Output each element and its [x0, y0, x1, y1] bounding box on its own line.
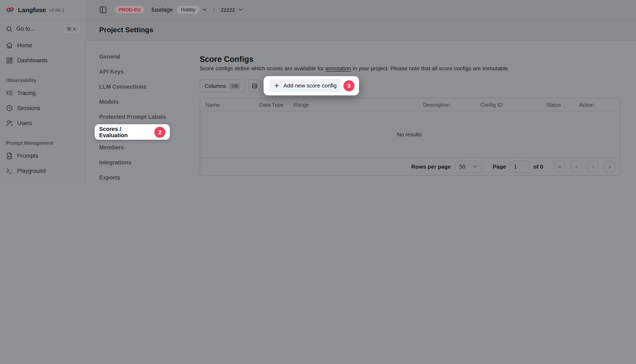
- page-label: Page: [493, 164, 506, 170]
- brand-name: Langfuse: [18, 6, 46, 13]
- search-icon: [6, 25, 12, 32]
- column-header-config-id: Config ID: [480, 102, 546, 108]
- settings-nav-general[interactable]: General: [99, 49, 200, 64]
- add-button-label: Add new score config: [284, 82, 336, 89]
- goto-label: Go to...: [16, 26, 35, 32]
- columns-count-badge: 7/8: [230, 83, 240, 89]
- sidebar-item-home[interactable]: Home: [0, 38, 85, 53]
- settings-nav-label: Scores / Evaluation: [99, 126, 150, 138]
- app-root: Langfuse v3.86.1 Go to... ⌘ K Home Dashb…: [0, 0, 636, 182]
- page-header: Project Settings: [86, 20, 636, 40]
- column-header-data-type: Data Type: [259, 102, 293, 108]
- settings-nav-members[interactable]: Members: [99, 140, 200, 155]
- sidebar: Langfuse v3.86.1 Go to... ⌘ K Home Dashb…: [0, 0, 86, 182]
- chevron-down-icon[interactable]: [202, 7, 208, 12]
- score-configs-table: Name Data Type Range Description Config …: [200, 98, 620, 176]
- column-header-action: Action: [579, 102, 620, 108]
- settings-nav-api-keys[interactable]: API Keys: [99, 64, 200, 79]
- sidebar-item-sessions[interactable]: Sessions: [0, 100, 85, 116]
- main-area: PROD-EU fuselage Hobby / zzzzz Project S…: [86, 0, 636, 182]
- plan-badge: Hobby: [177, 6, 199, 14]
- list-tree-icon: [6, 89, 13, 96]
- section-heading: Score Configs: [200, 54, 620, 65]
- tutorial-step-badge-3: 3: [344, 80, 354, 91]
- sidebar-item-dashboards[interactable]: Dashboards: [0, 53, 85, 68]
- column-header-description: Description: [423, 102, 480, 108]
- settings-nav-llm-connections[interactable]: LLM Connections: [99, 79, 200, 94]
- app-version: v3.86.1: [49, 7, 64, 12]
- settings-nav-protected-prompt-labels[interactable]: Protected Prompt Labels: [99, 109, 200, 124]
- settings-nav: General API Keys LLM Connections Models …: [99, 40, 200, 182]
- page-count-label: of 0: [533, 164, 543, 170]
- first-page-button[interactable]: «: [554, 161, 565, 172]
- last-page-button[interactable]: »: [604, 161, 616, 172]
- description-text: in your project. Please note that all sc…: [351, 65, 509, 72]
- plus-icon: [274, 82, 284, 89]
- sidebar-item-users[interactable]: Users: [0, 116, 85, 130]
- table-body: No results.: [200, 111, 620, 157]
- home-icon: [6, 42, 13, 49]
- rows-per-page-label: Rows per page: [411, 164, 451, 170]
- goto-search[interactable]: Go to... ⌘ K: [0, 20, 85, 38]
- sidebar-item-prompts[interactable]: Prompts: [0, 148, 85, 163]
- shortcut-kbd: ⌘ K: [64, 25, 80, 32]
- page-size-select[interactable]: 50: [455, 160, 482, 172]
- column-header-range: Range: [293, 102, 423, 108]
- section-description: Score configs define which scores are av…: [200, 65, 620, 72]
- file-code-icon: [6, 152, 13, 159]
- terminal-icon: [6, 167, 13, 174]
- score-configs-section: Score Configs Score configs define which…: [200, 40, 620, 182]
- chevron-down-icon[interactable]: [238, 7, 244, 12]
- settings-nav-integrations[interactable]: Integrations: [99, 155, 200, 170]
- section-prompt-management: Prompt Management: [0, 138, 85, 148]
- sidebar-nav: Home Dashboards Observability Tracing Se…: [0, 38, 85, 182]
- breadcrumb-separator: /: [214, 6, 215, 13]
- add-score-config-button[interactable]: Add new score config: [270, 79, 341, 92]
- langfuse-logo-icon: [6, 6, 14, 14]
- table-footer: Rows per page 50 Page of 0 « ‹ › »: [200, 157, 620, 175]
- tutorial-step-badge-2: 2: [154, 126, 165, 138]
- columns-button[interactable]: Columns 7/8: [200, 80, 245, 92]
- sidebar-item-tracing[interactable]: Tracing: [0, 85, 85, 100]
- tutorial-popup: Add new score config 3: [264, 76, 359, 96]
- table-header-row: Name Data Type Range Description Config …: [200, 98, 620, 111]
- sidebar-item-playground[interactable]: Playground: [0, 163, 85, 178]
- topbar: PROD-EU fuselage Hobby / zzzzz: [86, 0, 636, 20]
- rows-icon: [251, 83, 258, 89]
- page-size-value: 50: [459, 164, 465, 170]
- brand-row: Langfuse v3.86.1: [0, 0, 85, 20]
- sidebar-item-label: Prompts: [17, 152, 38, 159]
- page-number-input[interactable]: [510, 160, 530, 172]
- settings-nav-models[interactable]: Models: [99, 94, 200, 109]
- pagination-controls: « ‹ › »: [554, 161, 616, 172]
- sidebar-item-label: Sessions: [17, 105, 40, 111]
- sidebar-item-label: Users: [17, 120, 32, 126]
- column-header-name: Name: [200, 102, 259, 108]
- columns-label: Columns: [204, 83, 226, 89]
- previous-page-button[interactable]: ‹: [571, 161, 582, 172]
- page-title: Project Settings: [99, 26, 153, 34]
- panel-left-toggle-icon[interactable]: [99, 6, 107, 14]
- settings-nav-exports[interactable]: Exports: [99, 170, 200, 182]
- column-header-status: Status: [546, 102, 579, 108]
- next-page-button[interactable]: ›: [588, 161, 599, 172]
- section-observability: Observability: [0, 75, 85, 85]
- sidebar-item-label: Tracing: [17, 90, 36, 96]
- annotation-link[interactable]: annotation: [325, 65, 351, 72]
- sidebar-item-label: Home: [17, 42, 32, 48]
- empty-state-text: No results.: [397, 131, 423, 138]
- environment-badge: PROD-EU: [116, 6, 144, 14]
- sidebar-item-label: Dashboards: [17, 57, 48, 64]
- content: General API Keys LLM Connections Models …: [86, 40, 636, 182]
- dashboard-icon: [6, 57, 13, 64]
- settings-nav-scores-evaluation[interactable]: Scores / Evaluation 2: [94, 124, 170, 140]
- org-name[interactable]: fuselage: [152, 6, 173, 13]
- table-toolbar: Columns 7/8 Add new score config 3: [200, 80, 620, 92]
- clock-icon: [6, 104, 13, 112]
- sidebar-item-label: Playground: [17, 168, 46, 174]
- project-name[interactable]: zzzzz: [221, 6, 235, 13]
- description-text: Score configs define which scores are av…: [200, 65, 325, 72]
- users-icon: [6, 120, 13, 126]
- row-height-button[interactable]: [248, 80, 260, 92]
- chevron-down-icon: [472, 164, 478, 169]
